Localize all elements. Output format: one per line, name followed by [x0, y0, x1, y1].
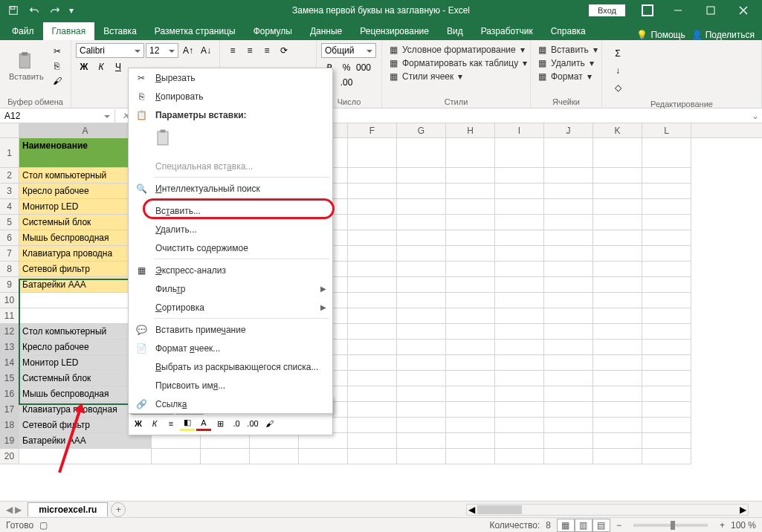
cm-smart-lookup[interactable]: 🔍Интеллектуальный поиск: [129, 179, 332, 198]
cm-sort[interactable]: Сортировка▶: [129, 298, 332, 317]
cell[interactable]: [642, 138, 691, 168]
col-header-K[interactable]: K: [593, 123, 642, 137]
cell[interactable]: [201, 449, 250, 464]
cell[interactable]: [397, 293, 446, 308]
tab-data[interactable]: Данные: [301, 22, 351, 40]
cell[interactable]: [446, 324, 495, 340]
cell[interactable]: [544, 246, 593, 262]
cell[interactable]: [495, 418, 544, 433]
bold-button[interactable]: Ж: [76, 59, 92, 74]
cm-define-name[interactable]: Присвоить имя...: [129, 376, 332, 395]
cell[interactable]: [348, 293, 397, 308]
paste-default-icon[interactable]: [152, 127, 176, 151]
mini-borders-icon[interactable]: ⊞: [213, 416, 227, 431]
cell[interactable]: [397, 184, 446, 199]
cell[interactable]: [642, 324, 691, 340]
tell-me[interactable]: 💡Помощь: [636, 30, 685, 40]
cell[interactable]: [397, 418, 446, 433]
cell[interactable]: [397, 371, 446, 386]
cell[interactable]: [593, 138, 642, 168]
cell[interactable]: [348, 371, 397, 386]
cell[interactable]: [544, 355, 593, 371]
row-header[interactable]: 3: [0, 184, 19, 199]
cell[interactable]: [397, 168, 446, 184]
cell[interactable]: [544, 340, 593, 355]
cell[interactable]: [446, 230, 495, 246]
cell[interactable]: [544, 324, 593, 340]
sheet-nav[interactable]: ◀ ▶: [0, 505, 28, 515]
qat-dropdown-icon[interactable]: ▾: [67, 1, 76, 19]
font-name-combo[interactable]: Calibri: [76, 43, 144, 58]
cell[interactable]: [446, 138, 495, 168]
cell[interactable]: [348, 449, 397, 464]
sheet-tab[interactable]: microexcel.ru: [28, 502, 108, 516]
align-middle-icon[interactable]: ≡: [242, 43, 258, 58]
cell[interactable]: [642, 418, 691, 433]
autosum-icon[interactable]: Σ: [610, 46, 626, 61]
cm-clear[interactable]: Очистить содержимое: [129, 239, 332, 257]
cell[interactable]: [397, 215, 446, 230]
cell[interactable]: [397, 246, 446, 262]
cell[interactable]: [593, 433, 642, 449]
cell[interactable]: [446, 340, 495, 355]
cell[interactable]: [593, 402, 642, 418]
cell[interactable]: [593, 262, 642, 277]
cell[interactable]: [397, 262, 446, 277]
cell[interactable]: [495, 230, 544, 246]
cm-cut[interactable]: ✂Вырезать: [129, 68, 332, 87]
cell[interactable]: [495, 449, 544, 464]
cell[interactable]: [250, 449, 299, 464]
add-sheet-button[interactable]: +: [111, 502, 126, 517]
shrink-font-icon[interactable]: A↓: [198, 43, 214, 58]
cell[interactable]: [495, 246, 544, 262]
cell[interactable]: [593, 199, 642, 215]
row-header[interactable]: 20: [0, 449, 19, 464]
cell[interactable]: [446, 418, 495, 433]
cell[interactable]: [642, 168, 691, 184]
redo-icon[interactable]: [46, 1, 64, 19]
row-header[interactable]: 18: [0, 418, 19, 433]
align-top-icon[interactable]: ≡: [225, 43, 241, 58]
cm-copy[interactable]: ⎘Копировать: [129, 87, 332, 106]
row-header[interactable]: 4: [0, 199, 19, 215]
row-header[interactable]: 1: [0, 138, 19, 168]
tab-developer[interactable]: Разработчик: [472, 22, 542, 40]
minimize-button[interactable]: [662, 0, 694, 21]
row-header[interactable]: 15: [0, 371, 19, 386]
cell[interactable]: [593, 246, 642, 262]
cell[interactable]: [495, 262, 544, 277]
cell[interactable]: [495, 340, 544, 355]
cell[interactable]: [642, 386, 691, 402]
cell[interactable]: [593, 355, 642, 371]
cell[interactable]: [446, 308, 495, 324]
cell[interactable]: [593, 308, 642, 324]
cell[interactable]: [544, 168, 593, 184]
cell[interactable]: [544, 402, 593, 418]
mini-dec-decimal-icon[interactable]: .00: [245, 416, 260, 431]
cell[interactable]: [642, 449, 691, 464]
cell[interactable]: [642, 355, 691, 371]
cell[interactable]: [250, 433, 299, 449]
tab-review[interactable]: Рецензирование: [351, 22, 438, 40]
cell[interactable]: [544, 199, 593, 215]
mini-inc-decimal-icon[interactable]: .0: [229, 416, 244, 431]
cell[interactable]: [544, 138, 593, 168]
cell[interactable]: [446, 277, 495, 293]
cell[interactable]: [201, 433, 250, 449]
cell[interactable]: [446, 246, 495, 262]
row-header[interactable]: 8: [0, 262, 19, 277]
tab-pagelayout[interactable]: Разметка страницы: [146, 22, 245, 40]
font-size-combo[interactable]: 12: [146, 43, 178, 58]
cell[interactable]: [593, 277, 642, 293]
account-icon[interactable]: [642, 4, 653, 16]
tab-file[interactable]: Файл: [3, 22, 43, 40]
cell[interactable]: Батарейки ААА: [19, 433, 152, 449]
cell[interactable]: [348, 418, 397, 433]
normal-view-icon[interactable]: ▦: [557, 519, 575, 532]
zoom-level[interactable]: 100 %: [731, 520, 756, 531]
cell[interactable]: [544, 308, 593, 324]
cell[interactable]: [642, 215, 691, 230]
mini-italic-button[interactable]: К: [147, 416, 162, 431]
cell[interactable]: [593, 168, 642, 184]
cell[interactable]: [593, 449, 642, 464]
